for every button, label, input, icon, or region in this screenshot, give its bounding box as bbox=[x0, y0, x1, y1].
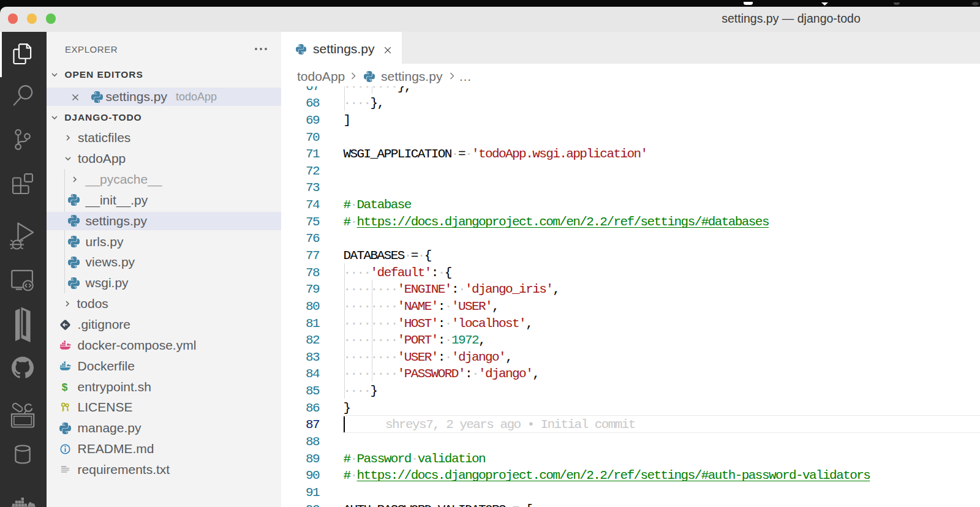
svg-text:$: $ bbox=[62, 381, 68, 392]
